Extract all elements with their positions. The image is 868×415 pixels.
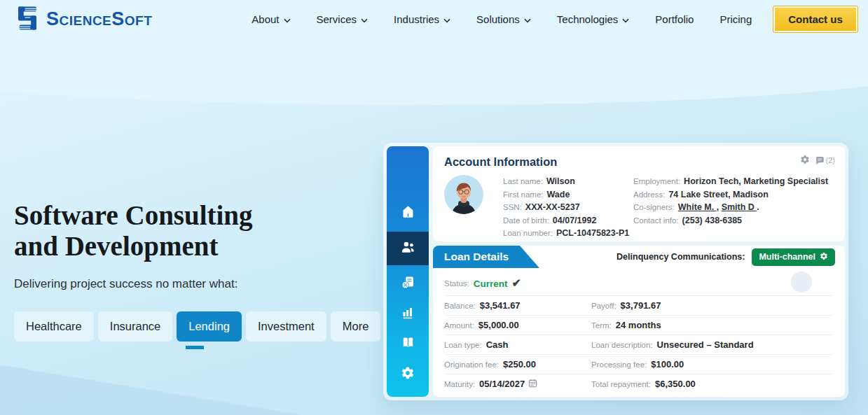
borrower-avatar — [444, 175, 483, 214]
field-label: Maturity: — [444, 380, 475, 388]
field-label: Loan description: — [591, 341, 653, 349]
loan-fields-grid: Balance:$3,541.67 Payoff:$3,791.67 Amoun… — [444, 295, 834, 393]
cosigner-link-2[interactable]: Smith D — [722, 202, 757, 212]
decorative-circle — [791, 272, 812, 293]
field-label: Payoff: — [591, 302, 616, 310]
status-label: Status: — [444, 279, 469, 288]
loan-row: Balance:$3,541.67 Payoff:$3,791.67 — [444, 295, 834, 315]
bar-chart-icon — [401, 306, 415, 322]
tab-healthcare[interactable]: Healthcare — [14, 311, 94, 342]
field-label: Last name: — [503, 175, 543, 188]
field-value: 74 Lake Street, Madison — [668, 188, 768, 202]
field-value: Wilson — [546, 175, 575, 188]
tab-investment[interactable]: Investment — [246, 311, 326, 342]
cosigner-link-1[interactable]: White M. — [678, 202, 717, 212]
settings-gear-icon[interactable] — [800, 155, 810, 166]
nav-item-technologies[interactable]: Technologies — [557, 13, 630, 25]
nav-item-portfolio[interactable]: Portfolio — [655, 13, 694, 25]
field-value: Wade — [547, 188, 570, 202]
cosigners-value: White M. , Smith D . — [678, 201, 759, 214]
logo-mark-icon — [14, 5, 41, 34]
loan-row: Maturity: 05/14/2027 Total repayment:$6,… — [444, 374, 834, 393]
field-label: Co-signers: — [633, 201, 675, 214]
field-label: Employment: — [633, 175, 680, 188]
field-label: Term: — [591, 321, 612, 330]
loan-row: Loan type:Cash Loan description:Unsecure… — [444, 335, 834, 354]
field-value: 04/07/1992 — [553, 214, 597, 227]
nav-item-industries[interactable]: Industries — [394, 13, 450, 25]
field-label: SSN: — [503, 201, 522, 214]
sidebar-item-borrowers[interactable] — [387, 232, 429, 265]
page-title: Software Consulting and Development — [14, 200, 350, 262]
nav-item-solutions[interactable]: Solutions — [476, 13, 531, 25]
loan-details-tab[interactable]: Loan Details — [433, 246, 539, 268]
chevron-down-icon — [524, 13, 531, 25]
sidebar-item-loans[interactable] — [387, 268, 429, 299]
field-value: $3,791.67 — [621, 300, 661, 311]
comments-count: (2) — [826, 156, 835, 164]
field-label: Balance: — [444, 302, 476, 310]
field-label: Address: — [633, 188, 665, 202]
gear-icon — [401, 366, 415, 383]
sciencesoft-logo[interactable]: ScienceSoft — [14, 5, 152, 34]
field-value: $100.00 — [651, 359, 684, 370]
nav-item-about[interactable]: About — [252, 13, 290, 25]
comments-bubble-icon[interactable]: (2) — [815, 156, 835, 165]
chevron-down-icon — [622, 13, 629, 25]
field-label: Date of birth: — [503, 214, 549, 227]
field-label: Loan number: — [503, 227, 553, 240]
chevron-down-icon — [443, 13, 450, 25]
field-value: $3,541.67 — [480, 300, 521, 311]
hero-subtitle: Delivering project success no matter wha… — [14, 277, 237, 291]
sidebar-item-reports[interactable] — [387, 299, 429, 329]
delinquency-label: Delinquency Communications: — [616, 252, 745, 262]
field-label: Amount: — [444, 321, 474, 330]
book-icon — [401, 336, 415, 352]
tab-more[interactable]: More — [331, 311, 381, 342]
account-information-card: Account Information (2) — [433, 146, 845, 241]
sidebar-item-documents[interactable] — [387, 329, 429, 359]
users-icon — [400, 240, 415, 257]
status-row: Status: Current ✔ — [444, 276, 834, 291]
account-fields-right: Employment:Horizon Tech, Marketing Speci… — [633, 175, 834, 240]
loan-row: Amount:$5,000.00 Term:24 months — [444, 315, 834, 335]
multi-channel-badge[interactable]: Multi-channel — [752, 248, 835, 266]
tab-insurance[interactable]: Insurance — [98, 311, 172, 342]
logo-wordmark: ScienceSoft — [46, 8, 152, 30]
background-wedge — [0, 338, 301, 415]
field-label: Contact info: — [633, 214, 679, 227]
account-card-actions: (2) — [800, 155, 835, 166]
account-card-title: Account Information — [444, 155, 834, 169]
calendar-icon[interactable] — [528, 379, 537, 390]
field-label: Origination fee: — [444, 360, 499, 369]
sidebar-item-home[interactable] — [387, 198, 429, 229]
loan-card-header: Loan Details Delinquency Communications:… — [433, 246, 845, 268]
field-value: $250.00 — [503, 359, 536, 370]
check-icon: ✔ — [512, 276, 521, 290]
tab-lending[interactable]: Lending — [177, 311, 242, 342]
sidebar-item-settings[interactable] — [387, 359, 429, 390]
field-value: $5,000.00 — [478, 320, 519, 330]
industry-tabs: Healthcare Insurance Lending Investment … — [14, 311, 380, 342]
field-value: $6,350.00 — [655, 379, 696, 389]
field-value: 24 months — [616, 320, 661, 330]
top-navigation-bar: ScienceSoft About Services Industries So… — [0, 0, 868, 38]
loan-percent-icon — [401, 275, 415, 292]
nav-item-pricing[interactable]: Pricing — [719, 13, 752, 25]
chevron-down-icon — [284, 13, 291, 25]
active-tab-indicator — [186, 346, 204, 349]
home-icon — [401, 205, 415, 222]
loan-row: Origination fee:$250.00 Processing fee:$… — [444, 354, 834, 374]
field-value: 05/14/2027 — [479, 379, 537, 390]
main-nav: About Services Industries Solutions Tech… — [252, 13, 752, 25]
contact-us-button[interactable]: Contact us — [773, 6, 858, 33]
field-value: (253) 438-6385 — [682, 214, 742, 227]
lending-app-mockup: Account Information (2) — [383, 143, 848, 400]
gear-icon — [820, 252, 828, 262]
nav-item-services[interactable]: Services — [317, 13, 368, 25]
account-fields-left: Last name:Wilson First name:Wade SSN:XXX… — [503, 175, 633, 240]
field-label: Loan type: — [444, 341, 482, 349]
delinquency-group: Delinquency Communications: Multi-channe… — [616, 248, 845, 266]
loan-details-card: Loan Details Delinquency Communications:… — [433, 246, 845, 397]
field-label: Total repayment: — [591, 380, 651, 388]
